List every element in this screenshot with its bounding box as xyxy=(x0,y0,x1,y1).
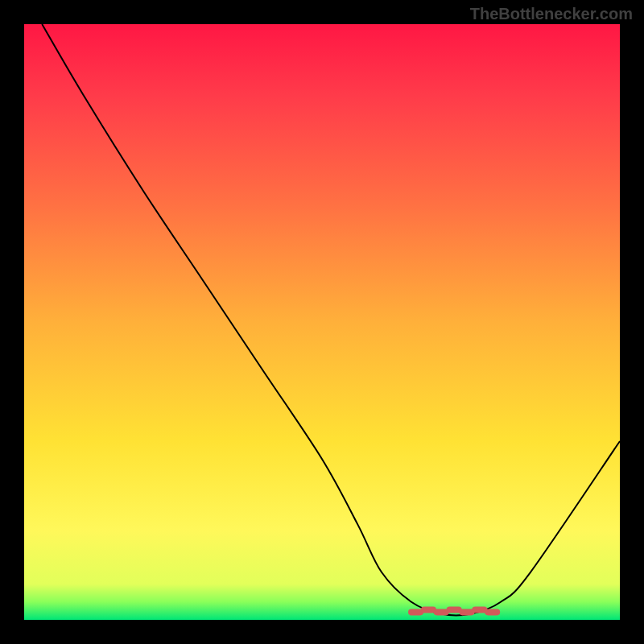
watermark-text: TheBottlenecker.com xyxy=(470,5,633,23)
plot-background xyxy=(24,24,620,620)
chart-svg xyxy=(0,0,644,644)
flat-zone-marker xyxy=(411,609,497,612)
